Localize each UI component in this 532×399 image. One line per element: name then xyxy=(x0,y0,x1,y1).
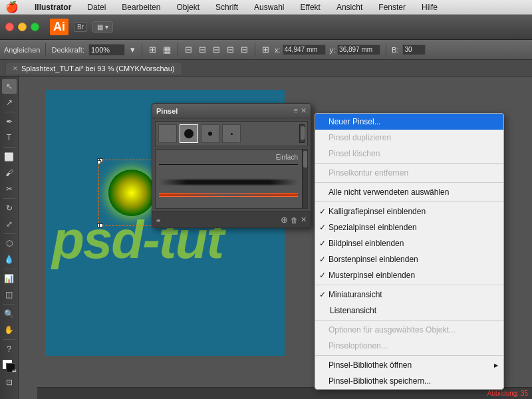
ctx-borsten[interactable]: ✓ Borstenpinsel einblenden xyxy=(315,251,503,267)
canvas-area[interactable]: psd-tut Pinsel ≡ ✕ xyxy=(19,76,532,399)
tool-scissors[interactable]: ✂ xyxy=(2,182,17,196)
panel-title: Pinsel xyxy=(156,107,294,115)
brush-scrollbar[interactable] xyxy=(299,124,305,143)
w-input[interactable] xyxy=(402,45,426,55)
ctx-kalligrafie[interactable]: ✓ Kalligrafiepinsel einblenden xyxy=(315,203,503,219)
menu-bearbeiten[interactable]: Bearbeiten xyxy=(119,1,163,13)
brush-empty[interactable] xyxy=(158,124,177,143)
tool-graph[interactable]: 📊 xyxy=(2,271,17,286)
menu-ansicht[interactable]: Ansicht xyxy=(334,1,365,13)
ctx-alle-nicht[interactable]: Alle nicht verwendeten auswählen xyxy=(315,184,503,200)
y-input[interactable] xyxy=(337,45,380,55)
menu-schrift[interactable]: Schrift xyxy=(213,1,241,13)
tool-scale[interactable]: ⤢ xyxy=(2,217,17,231)
tool-zoom[interactable]: 🔍 xyxy=(2,307,17,321)
ctx-sep-5 xyxy=(315,320,503,321)
tool-brush[interactable]: 🖌 xyxy=(2,166,17,180)
ctx-sep-4 xyxy=(315,285,503,285)
tool-eyedrop[interactable]: 💧 xyxy=(2,252,17,267)
ctx-muster[interactable]: ✓ Musterpinsel einblenden xyxy=(315,267,503,283)
tool-screen-mode[interactable]: ⊡ xyxy=(2,375,17,390)
lines-scroll-thumb[interactable] xyxy=(303,151,307,168)
align-icon-4[interactable]: ⊟ xyxy=(225,43,235,56)
menu-fenster[interactable]: Fenster xyxy=(376,1,408,13)
ctx-pinseloptionen[interactable]: Pinseloptionen... xyxy=(315,338,503,354)
menu-illustrator[interactable]: Illustrator xyxy=(32,1,74,13)
ctx-listen[interactable]: Listenansicht xyxy=(315,303,503,319)
align-icon-2[interactable]: ⊟ xyxy=(198,43,207,56)
grid-icon[interactable]: ⊞ xyxy=(261,43,271,56)
tool-select[interactable]: ↖ xyxy=(2,79,17,94)
brush-round-large[interactable] xyxy=(180,124,198,143)
ctx-pinselkontur[interactable]: Pinselkontur entfernen xyxy=(315,165,503,181)
ctx-label: Neuer Pinsel... xyxy=(329,117,381,126)
brush-scroll-thumb[interactable] xyxy=(301,126,305,140)
ctx-optionen[interactable]: Optionen für ausgewähltes Objekt... xyxy=(315,322,503,338)
tool-direct-select[interactable]: ↗ xyxy=(2,95,17,110)
minimize-button[interactable] xyxy=(18,23,27,31)
tool-icon-1[interactable]: ⊞ xyxy=(148,43,158,56)
handle-ml[interactable] xyxy=(97,160,101,164)
ctx-neuer-pinsel[interactable]: Neuer Pinsel... xyxy=(315,114,503,130)
tool-text[interactable]: T xyxy=(2,130,17,145)
align-icon-3[interactable]: ⊟ xyxy=(211,43,221,56)
menu-datei[interactable]: Datei xyxy=(84,1,108,13)
panel-footer: ≡ ⊕ 🗑 ✕ xyxy=(152,211,311,227)
tool-sep-7 xyxy=(3,339,15,340)
ctx-bibliothek-offnen[interactable]: Pinsel-Bibliothek öffnen xyxy=(315,357,503,373)
pinsel-panel: Pinsel ≡ ✕ xyxy=(152,103,311,228)
titlebar: Ai Br ▦ ▾ xyxy=(0,15,532,40)
tool-blend[interactable]: ⬡ xyxy=(2,236,17,251)
brush-round-small[interactable] xyxy=(201,124,219,143)
ctx-label: Spezialpinsel einblenden xyxy=(329,223,417,232)
sep3 xyxy=(178,43,178,57)
panel-header[interactable]: Pinsel ≡ ✕ xyxy=(152,104,311,118)
maximize-button[interactable] xyxy=(31,23,39,31)
tool-icon-2[interactable]: ▦ xyxy=(162,43,172,56)
lines-scrollbar[interactable] xyxy=(302,150,307,208)
ctx-spezial[interactable]: ✓ Spezialpinsel einblenden xyxy=(315,219,503,235)
footer-icon-libraries[interactable]: ≡ xyxy=(156,216,160,224)
ctx-label: Bildpinsel einblenden xyxy=(329,239,404,248)
tool-pen[interactable]: ✒ xyxy=(2,114,17,129)
app-logo: Ai xyxy=(50,19,68,35)
ctx-label: Optionen für ausgewähltes Objekt... xyxy=(329,325,456,334)
handle-bc[interactable] xyxy=(99,223,103,227)
brush-line-thin xyxy=(159,164,298,165)
document-tab[interactable]: ✕ Splashtext_TUT.ai* bei 93 % (CMYK/Vors… xyxy=(5,62,182,74)
bridge-badge[interactable]: Br xyxy=(74,22,87,32)
opacity-dropdown-icon[interactable]: ▾ xyxy=(129,43,136,56)
panel-menu-icon[interactable]: ≡ xyxy=(294,106,298,115)
tab-label: Splashtext_TUT.ai* bei 93 % (CMYK/Vorsch… xyxy=(21,65,175,72)
menu-effekt[interactable]: Effekt xyxy=(297,1,323,13)
panel-close-icon[interactable]: ✕ xyxy=(301,106,307,115)
menu-objekt[interactable]: Objekt xyxy=(174,1,202,13)
close-button[interactable] xyxy=(5,23,14,31)
menu-hilfe[interactable]: Hilfe xyxy=(419,1,440,13)
arrange-button[interactable]: ▦ ▾ xyxy=(92,21,113,33)
tool-gradient[interactable]: ◫ xyxy=(2,287,17,302)
opacity-input[interactable] xyxy=(88,44,125,56)
apple-menu[interactable]: 🍎 xyxy=(5,1,19,13)
sep1 xyxy=(45,43,46,57)
tool-hand[interactable]: ✋ xyxy=(2,323,17,337)
x-input[interactable] xyxy=(283,45,326,55)
ctx-pinsel-duplizieren[interactable]: Pinsel duplizieren xyxy=(315,130,503,146)
align-icon-5[interactable]: ⊟ xyxy=(239,43,249,56)
ctx-bibliothek-speichern[interactable]: Pinsel-Bibliothek speichern... xyxy=(315,373,503,389)
ctx-bild[interactable]: ✓ Bildpinsel einblenden xyxy=(315,235,503,251)
footer-icon-trash[interactable]: ✕ xyxy=(301,215,307,224)
ctx-miniatur[interactable]: ✓ Miniaturansicht xyxy=(315,287,503,303)
ctx-pinsel-loschen[interactable]: Pinsel löschen xyxy=(315,146,503,162)
swap-colors-icon[interactable]: ⇄ xyxy=(12,368,17,374)
ctx-label: Listenansicht xyxy=(329,306,376,315)
footer-icon-delete[interactable]: 🗑 xyxy=(291,216,298,224)
tool-rect[interactable]: ⬜ xyxy=(2,150,17,164)
brush-round-xs[interactable] xyxy=(222,124,241,143)
menu-auswahl[interactable]: Auswahl xyxy=(251,1,287,13)
tool-rotate[interactable]: ↻ xyxy=(2,201,17,215)
footer-icon-add[interactable]: ⊕ xyxy=(281,215,288,225)
align-icon-1[interactable]: ⊟ xyxy=(184,43,194,56)
tab-close-icon[interactable]: ✕ xyxy=(13,65,18,72)
tool-question[interactable]: ? xyxy=(2,342,17,356)
